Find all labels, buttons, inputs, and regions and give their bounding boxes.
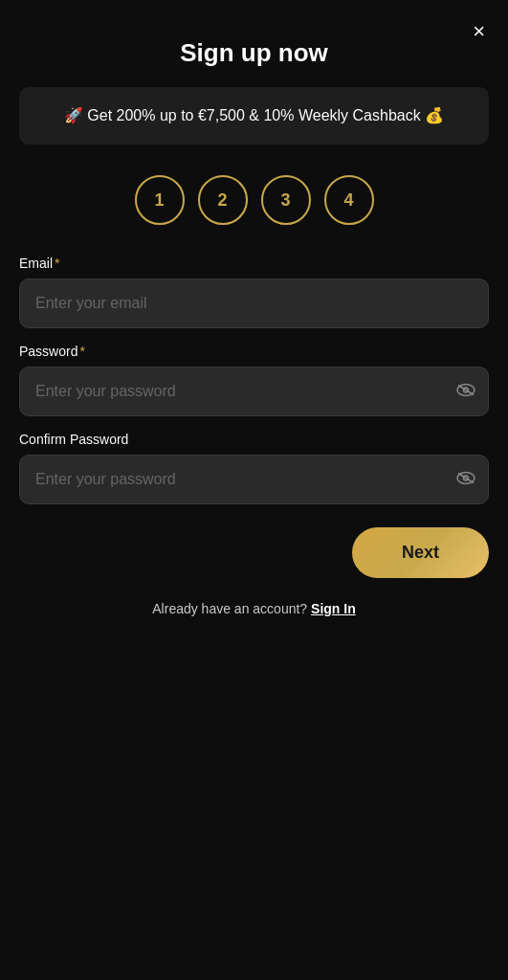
page-title: Sign up now [180,38,328,68]
step-4: 4 [324,175,374,225]
password-field-wrapper [19,367,489,416]
steps-indicator: 1 2 3 4 [135,175,374,225]
svg-line-2 [458,386,474,395]
close-button[interactable]: × [473,21,485,42]
signin-link[interactable]: Sign In [311,601,356,616]
signup-container: Sign up now 🚀 Get 200% up to €7,500 & 10… [19,29,489,616]
confirm-password-field-wrapper [19,455,489,504]
email-input[interactable] [19,278,489,328]
next-button[interactable]: Next [352,527,489,578]
password-visibility-toggle[interactable] [456,382,475,402]
confirm-password-label: Confirm Password [19,432,489,447]
email-label: Email* [19,256,489,271]
confirm-password-visibility-toggle[interactable] [456,470,475,490]
email-field-wrapper [19,278,489,328]
password-label: Password* [19,344,489,359]
close-icon: × [473,19,485,43]
promo-banner: 🚀 Get 200% up to €7,500 & 10% Weekly Cas… [19,87,489,145]
signin-prompt: Already have an account? Sign In [19,601,489,616]
svg-line-5 [458,474,474,483]
step-3: 3 [261,175,311,225]
step-2: 2 [198,175,248,225]
password-input[interactable] [19,367,489,416]
confirm-password-input[interactable] [19,455,489,504]
step-1: 1 [135,175,185,225]
promo-text: 🚀 Get 200% up to €7,500 & 10% Weekly Cas… [42,104,466,127]
signup-form: Email* Password* Confirm Password [19,256,489,616]
